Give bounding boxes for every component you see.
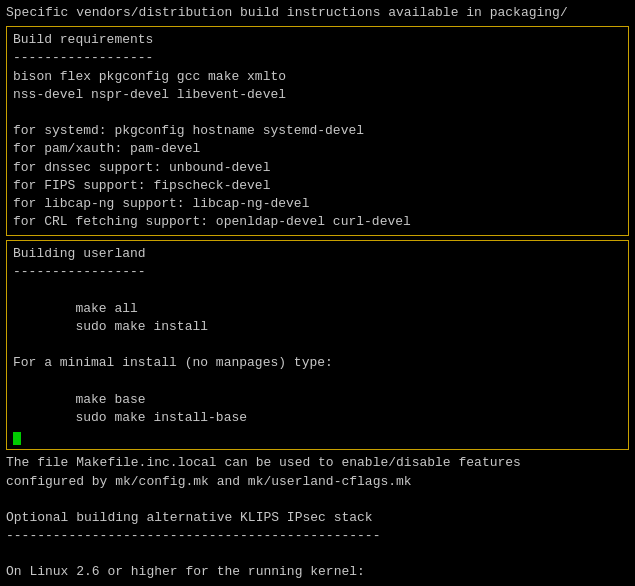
- box2-line: make all: [13, 300, 622, 318]
- box2-line: [13, 336, 622, 354]
- after-box2-line: ----------------------------------------…: [6, 527, 629, 545]
- box1-line: Build requirements: [13, 31, 622, 49]
- box1-line: for dnssec support: unbound-devel: [13, 159, 622, 177]
- after-box2-line: On Linux 2.6 or higher for the running k…: [6, 563, 629, 581]
- box1-line: for CRL fetching support: openldap-devel…: [13, 213, 622, 231]
- box2-line: sudo make install-base: [13, 409, 622, 427]
- cursor: [13, 432, 21, 445]
- box1-line: for libcap-ng support: libcap-ng-devel: [13, 195, 622, 213]
- after-box2-text: The file Makefile.inc.local can be used …: [6, 454, 629, 586]
- box1-line: for systemd: pkgconfig hostname systemd-…: [13, 122, 622, 140]
- after-box2-line: The file Makefile.inc.local can be used …: [6, 454, 629, 472]
- build-requirements-box: Build requirements------------------biso…: [6, 26, 629, 236]
- box1-line: [13, 104, 622, 122]
- building-userland-box: Building userland----------------- make …: [6, 240, 629, 450]
- box1-line: bison flex pkgconfig gcc make xmlto: [13, 68, 622, 86]
- box2-line: make base: [13, 391, 622, 409]
- box2-line: -----------------: [13, 263, 622, 281]
- after-box2-line: [6, 545, 629, 563]
- box1-line: for FIPS support: fipscheck-devel: [13, 177, 622, 195]
- after-box2-line: [6, 582, 629, 586]
- intro-line: Specific vendors/distribution build inst…: [6, 4, 629, 22]
- box1-line: ------------------: [13, 49, 622, 67]
- box1-line: for pam/xauth: pam-devel: [13, 140, 622, 158]
- box1-line: nss-devel nspr-devel libevent-devel: [13, 86, 622, 104]
- terminal-window: Specific vendors/distribution build inst…: [0, 0, 635, 586]
- after-box2-line: [6, 491, 629, 509]
- box2-line: Building userland: [13, 245, 622, 263]
- box2-line: sudo make install: [13, 318, 622, 336]
- box2-line: [13, 282, 622, 300]
- box2-line: For a minimal install (no manpages) type…: [13, 354, 622, 372]
- box2-line: [13, 373, 622, 391]
- after-box2-line: configured by mk/config.mk and mk/userla…: [6, 473, 629, 491]
- after-box2-line: Optional building alternative KLIPS IPse…: [6, 509, 629, 527]
